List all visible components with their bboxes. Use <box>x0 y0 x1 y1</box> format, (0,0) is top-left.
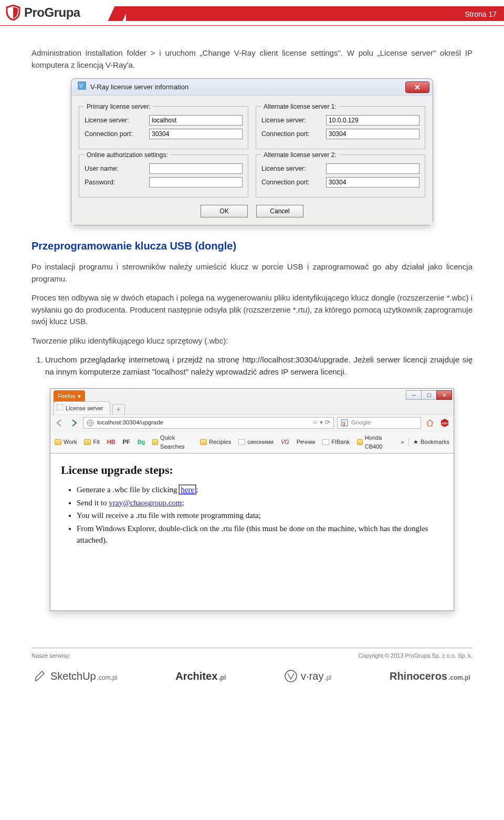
bookmark-item[interactable]: синоними <box>238 438 274 447</box>
here-link[interactable]: here <box>179 485 196 494</box>
nav-forward-button[interactable] <box>68 417 80 429</box>
bookmark-item[interactable]: Work <box>55 438 77 447</box>
page-number: Strona 17 <box>465 9 497 20</box>
label-connection-port: Connection port: <box>261 129 322 139</box>
bookmark-item[interactable]: Fit <box>84 438 99 447</box>
page-content: License upgrade steps: Generate a .wbc f… <box>50 454 454 610</box>
label-connection-port: Connection port: <box>85 129 145 139</box>
group-online-auth: Online authorization settings: User name… <box>79 154 248 198</box>
bookmark-item[interactable]: Honda CB400 <box>357 433 394 451</box>
paragraph: Proces ten odbywa się w dwóch etapach i … <box>32 292 472 328</box>
folder-icon <box>152 439 158 445</box>
svg-text:ABP: ABP <box>442 422 448 425</box>
list-item: Send it to vray@chaosgroup.com; <box>77 497 443 509</box>
address-bar[interactable]: localhost:30304/upgrade ☆ ▾ ⟳ <box>83 417 334 429</box>
alt1-port-input[interactable] <box>326 129 419 139</box>
footer-copyright: Copyright © 2013 ProGrupa Sp. z o.o. Sp.… <box>359 651 472 660</box>
primary-port-input[interactable] <box>149 129 243 139</box>
vray-license-dialog: V V-Ray license server information Prima… <box>71 78 433 225</box>
dropdown-history-icon[interactable]: ☆ ▾ <box>312 418 323 427</box>
search-placeholder: Google <box>351 418 371 427</box>
globe-icon <box>87 419 94 427</box>
page-icon <box>322 439 329 445</box>
dialog-title: V-Ray license server information <box>90 82 188 92</box>
arrow-left-icon <box>55 419 64 427</box>
arrow-right-icon <box>70 419 78 427</box>
abp-button[interactable]: ABP <box>439 417 450 429</box>
new-tab-button[interactable]: + <box>112 404 125 414</box>
bookmark-item[interactable]: VG <box>281 438 289 447</box>
window-maximize-button[interactable]: ☐ <box>421 390 437 400</box>
svg-text:g: g <box>342 420 345 426</box>
home-button[interactable] <box>424 417 436 429</box>
pencil-icon <box>34 669 47 683</box>
home-icon <box>426 419 434 427</box>
url-text: localhost:30304/upgrade <box>97 418 163 427</box>
bookmark-item[interactable]: PF <box>123 438 130 447</box>
shield-icon <box>5 5 21 20</box>
folder-icon <box>55 439 61 445</box>
favicon-icon <box>57 404 63 410</box>
browser-screenshot: ─ ☐ ✕ Firefox ▾ License server + <box>50 388 454 611</box>
dialog-titlebar: V V-Ray license server information <box>71 79 433 96</box>
footer-logo-vray: v·ray.pl <box>284 668 331 684</box>
bookmark-item[interactable]: Bg <box>138 438 145 447</box>
page-heading: License upgrade steps: <box>61 461 443 479</box>
list-item: You will receive a .rtu file with remote… <box>77 510 443 522</box>
bookmarks-menu[interactable]: ★ Bookmarks <box>408 438 449 447</box>
label-license-server: License server: <box>85 116 145 126</box>
footer-logo-sketchup: SketchUp.com.pl <box>34 668 117 684</box>
bookmark-item[interactable]: Речник <box>297 438 315 447</box>
alt2-port-input[interactable] <box>326 177 419 188</box>
group-legend: Primary license server: <box>85 102 153 111</box>
ordered-steps: Uruchom przeglądarkę internetową i przej… <box>32 354 472 378</box>
group-legend: Alternate license server 1: <box>261 102 339 111</box>
footer-left: Nasze serwisy: <box>32 651 70 660</box>
primary-server-input[interactable] <box>149 115 243 126</box>
folder-icon <box>200 439 207 445</box>
close-icon <box>414 84 421 90</box>
window-close-button[interactable]: ✕ <box>436 390 452 400</box>
dialog-close-button[interactable] <box>405 81 429 93</box>
brand-logo: ProGrupa <box>5 3 86 22</box>
bookmark-item[interactable]: Recipies <box>200 438 231 447</box>
group-alt2-server: Alternate license server 2: License serv… <box>256 154 425 198</box>
label-password: Password: <box>85 178 145 188</box>
ok-button[interactable]: OK <box>201 205 248 217</box>
google-icon: g <box>341 419 348 427</box>
alt2-server-input[interactable] <box>326 163 419 174</box>
window-minimize-button[interactable]: ─ <box>406 390 422 400</box>
firefox-menu-button[interactable]: Firefox ▾ <box>54 390 85 402</box>
label-license-server: License server: <box>261 116 322 126</box>
username-input[interactable] <box>149 163 243 174</box>
bookmark-item[interactable]: HB <box>107 438 116 447</box>
intro-paragraph: Administration installation folder > i u… <box>32 47 472 71</box>
search-bar[interactable]: g Google <box>337 417 421 429</box>
chevron-down-icon: ▾ <box>78 392 81 401</box>
group-legend: Online authorization settings: <box>85 150 170 160</box>
svg-text:V: V <box>79 83 83 89</box>
app-icon: V <box>78 81 86 93</box>
abp-icon: ABP <box>440 418 449 428</box>
brand-text: ProGrupa <box>24 3 80 22</box>
document-header: ProGrupa Strona 17 <box>0 3 504 26</box>
bookmark-item[interactable]: FIBank <box>322 438 350 447</box>
alt1-server-input[interactable] <box>326 115 419 126</box>
label-connection-port: Connection port: <box>261 178 322 188</box>
browser-tab[interactable]: License server <box>54 401 110 415</box>
tab-title: License server <box>66 405 103 411</box>
group-alt1-server: Alternate license server 1: License serv… <box>256 106 425 149</box>
email-link[interactable]: vray@chaosgroup.com <box>109 499 182 507</box>
bookmark-item[interactable]: Quick Searches <box>152 433 193 451</box>
reload-icon[interactable]: ⟳ <box>325 418 330 427</box>
list-item: Generate a .wbc file by clicking here; <box>77 484 443 496</box>
password-input[interactable] <box>149 177 243 188</box>
subheading: Tworzenie pliku identyfikującego klucz s… <box>32 335 472 347</box>
footer-meta: Nasze serwisy: Copyright © 2013 ProGrupa… <box>32 648 472 660</box>
list-item: From Windows Explorer, double-click on t… <box>77 523 443 546</box>
nav-back-button[interactable] <box>54 417 65 429</box>
page-icon <box>238 439 245 445</box>
bookmarks-overflow[interactable]: » <box>401 438 404 447</box>
group-legend: Alternate license server 2: <box>261 150 339 160</box>
cancel-button[interactable]: Cancel <box>256 205 303 217</box>
